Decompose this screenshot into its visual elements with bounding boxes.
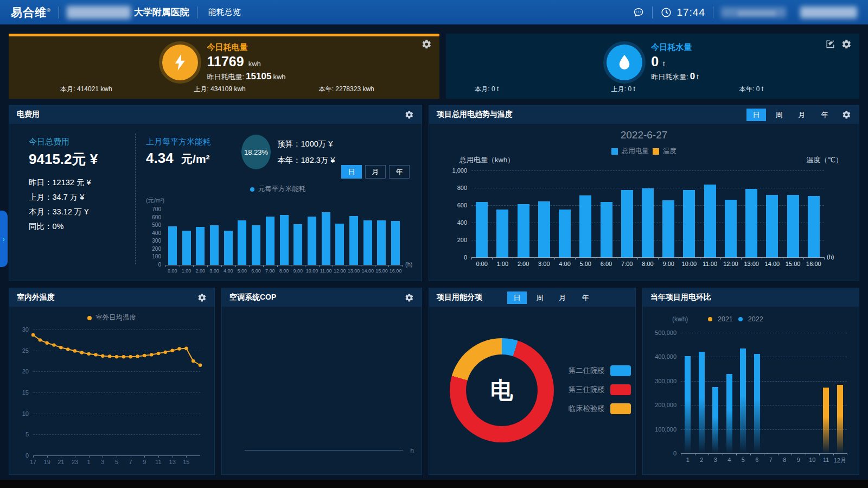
panel-title: 空调系统COP [229, 293, 276, 302]
yoy-bar-chart: 0100,000200,000300,000400,000500,0001234… [649, 326, 856, 468]
fee-period-tabs: 日月年 [341, 165, 410, 179]
x-tick-label: 10:00 [679, 261, 699, 267]
x-tick-label: 9 [138, 459, 151, 465]
bar [238, 220, 246, 265]
tick-mark [144, 455, 145, 458]
legend-swatch [87, 316, 92, 320]
x-tick-label: 23 [68, 459, 81, 465]
temp-chart-legend: 室外日均温度 [9, 313, 214, 322]
x-tick-label: 0:00 [165, 268, 180, 274]
x-tick-label: 11:00 [319, 268, 333, 274]
nav-menu-energy-overview[interactable]: 能耗总览 [205, 7, 244, 17]
x-tick-label: 9 [792, 457, 806, 463]
tick-mark [103, 455, 103, 458]
panel-year-electricity-comparison: 当年项目用电环比 (kwh) 20212022 0100,000200,0003… [642, 288, 859, 475]
x-tick-label: 6:00 [596, 261, 616, 267]
tick-mark [741, 257, 742, 259]
tick-mark [736, 453, 737, 455]
bar [496, 210, 508, 257]
chevron-right-icon: › [3, 235, 5, 243]
y-tick-label: 0 [442, 254, 467, 261]
tick-mark [617, 257, 617, 259]
gear-icon[interactable] [197, 293, 207, 302]
today-electricity-value: 11769kwh [207, 54, 285, 69]
tick-mark [575, 257, 576, 259]
bar [335, 224, 344, 265]
sidebar-expander[interactable]: › [0, 211, 8, 267]
stat-year: 本年: 0 t [739, 85, 763, 94]
tick-mark [131, 455, 131, 458]
y-tick-label: 800 [442, 185, 467, 191]
tick-mark [720, 257, 721, 259]
tick-mark [375, 265, 375, 267]
gear-icon[interactable] [842, 110, 851, 119]
tick-mark [783, 257, 783, 259]
temperature-line [17, 323, 208, 470]
y-tick-label: 300,000 [649, 378, 676, 384]
tab-day[interactable]: 日 [746, 109, 766, 121]
bar [363, 220, 372, 265]
x-tick-label: 10 [806, 457, 820, 463]
tick-mark [263, 265, 264, 267]
x-tick-label: 8 [778, 457, 792, 463]
bar [168, 226, 177, 265]
x-tick-label: 12:00 [333, 268, 347, 274]
y-tick-label: 500,000 [649, 329, 676, 336]
stat-last-month: 上月: 434109 kwh [194, 85, 245, 94]
bar [837, 385, 843, 453]
user-name-redacted[interactable] [721, 7, 786, 18]
gear-icon[interactable] [405, 293, 414, 302]
gridline [681, 429, 847, 430]
panel-header: 空调系统COP [222, 288, 422, 307]
energy-donut-chart: 电 [450, 338, 554, 442]
y-tick-label: 400,000 [649, 353, 676, 360]
y-tick-label: 0 [649, 450, 676, 457]
fee-last-month: 上月：34.7 万 ¥ [29, 192, 84, 202]
tab-month[interactable]: 月 [792, 109, 812, 121]
navbar: 易合维® 大学附属医院 能耗总览 17:44 [0, 0, 868, 24]
divider [59, 7, 59, 18]
tick-mark [803, 257, 804, 259]
panel-electricity-trend-temperature: 项目总用电趋势与温度 日周月年 2022-6-27 总用电量温度 总用电量（kw… [429, 105, 859, 281]
tab-day[interactable]: 日 [507, 291, 527, 304]
panel-title: 当年项目用电环比 [650, 293, 711, 302]
tab-month[interactable]: 月 [365, 165, 386, 179]
tick-mark [291, 265, 291, 267]
tick-mark [806, 453, 806, 455]
tab-year[interactable]: 年 [389, 165, 410, 179]
panel-title: 电费用 [17, 110, 40, 119]
bar [579, 195, 591, 257]
x-tick-label: 5:00 [235, 268, 250, 274]
tab-year[interactable]: 年 [576, 291, 595, 304]
bar [683, 190, 695, 257]
x-tick-label: 1 [82, 459, 95, 465]
tab-week[interactable]: 周 [530, 291, 550, 304]
x-tick-label: 7:00 [263, 268, 277, 274]
tick-mark [764, 453, 764, 455]
pie-legend-item: 临床检验楼 [559, 403, 631, 414]
tick-mark [554, 257, 555, 259]
x-tick-label: 16:00 [388, 268, 403, 274]
legend-label: 2022 [748, 315, 763, 323]
message-icon[interactable] [633, 7, 644, 18]
tab-year[interactable]: 年 [815, 109, 834, 121]
user-account-redacted[interactable] [800, 7, 857, 18]
stat-year: 本年: 2278323 kwh [319, 85, 374, 94]
panel-indoor-outdoor-temperature: 室内外温度 室外日均温度 051015202530171921231357911… [9, 288, 215, 475]
x-tick-label: 0:00 [471, 261, 492, 267]
pie-legend-item: 第二住院楼 [559, 365, 631, 376]
x-tick-label: 13:00 [347, 268, 361, 274]
panel-hvac-cop: 空调系统COP h [221, 288, 422, 475]
tab-month[interactable]: 月 [553, 291, 572, 304]
tab-week[interactable]: 周 [769, 109, 789, 121]
x-tick-label: 7 [764, 457, 778, 463]
x-tick-label: 6 [750, 457, 764, 463]
x-axis-line [471, 257, 824, 258]
gridline [681, 357, 847, 357]
y-tick-label: 0 [139, 262, 161, 268]
tick-mark [679, 257, 679, 259]
gear-icon[interactable] [405, 110, 414, 119]
tab-day[interactable]: 日 [341, 165, 362, 179]
gridline [471, 170, 824, 171]
bar [766, 195, 778, 257]
